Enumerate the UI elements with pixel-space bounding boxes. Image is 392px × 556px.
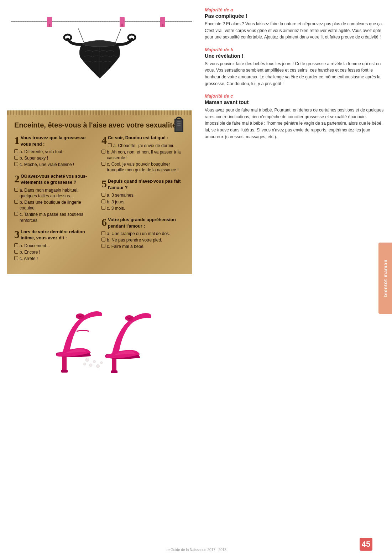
answer-6a-text: a. Une crampe ou un mal de dos. bbox=[107, 231, 170, 237]
answer-6b: b. Ne pas prendre votre pied. bbox=[101, 237, 183, 243]
checkbox-2a[interactable] bbox=[14, 188, 18, 192]
svg-rect-8 bbox=[177, 123, 181, 124]
question-4-text: Ce soir, Doudou est fatigué : bbox=[108, 135, 183, 141]
underwear-image bbox=[50, 18, 150, 110]
shoes-image-area bbox=[0, 274, 199, 378]
answer-6b-text: b. Ne pas prendre votre pied. bbox=[107, 237, 162, 243]
question-6-number: 6 bbox=[101, 217, 107, 228]
answer-5c: c. 3 mois. bbox=[101, 206, 183, 211]
answer-1b-text: b. Super sexy ! bbox=[20, 155, 48, 161]
question-2: 2 Où avez-vous acheté vos sous-vêtements… bbox=[14, 173, 96, 224]
answer-4c: c. Cool, je vais pouvoir bouquiner tranq… bbox=[101, 161, 183, 173]
svg-rect-14 bbox=[111, 370, 117, 373]
checkbox-3a[interactable] bbox=[14, 243, 18, 247]
answer-2b-text: b. Dans une boutique de lingerie coquine… bbox=[20, 199, 96, 211]
svg-rect-7 bbox=[177, 121, 181, 122]
question-3: 3 Lors de votre dernière relation intime… bbox=[14, 229, 96, 263]
checkbox-5b[interactable] bbox=[101, 199, 105, 203]
question-5-number: 5 bbox=[101, 178, 107, 189]
answer-3b: b. Encore ! bbox=[14, 249, 96, 255]
answer-1c-text: c. Moche, une vraie baleine ! bbox=[20, 162, 74, 167]
question-4: 4 Ce soir, Doudou est fatigué : a. Choue… bbox=[101, 135, 183, 173]
checkbox-4b[interactable] bbox=[101, 150, 105, 154]
checkbox-6a[interactable] bbox=[101, 231, 105, 235]
answer-4a: a. Chouette, j'ai envie de dormir. bbox=[108, 143, 183, 149]
question-2-text: Où avez-vous acheté vos sous-vêtements d… bbox=[21, 173, 96, 186]
quiz-col-left: 1 Vous trouvez que la grossesse vous ren… bbox=[14, 135, 96, 267]
left-column: Enceinte, êtes-vous à l'aise avec votre … bbox=[0, 0, 199, 556]
answer-5b: b. 3 jours. bbox=[101, 199, 183, 205]
checkbox-3b[interactable] bbox=[14, 250, 18, 254]
checkbox-2b[interactable] bbox=[14, 200, 18, 204]
result-c-category: Majorité de c bbox=[205, 93, 385, 99]
answer-5a: a. 3 semaines. bbox=[101, 192, 183, 198]
answer-2a-text: a. Dans mon magasin habituel, quelques t… bbox=[20, 187, 96, 199]
answer-2c-text: c. Tantine m'a passé ses soutiens renfor… bbox=[20, 212, 96, 223]
question-6-text: Votre plus grande appréhension pendant l… bbox=[108, 217, 183, 229]
question-1: 1 Vous trouvez que la grossesse vous ren… bbox=[14, 135, 96, 168]
answer-1a-text: a. Différente, voilà tout. bbox=[20, 149, 63, 155]
checkbox-3c[interactable] bbox=[14, 256, 18, 260]
result-a-category: Majorité de a bbox=[205, 7, 385, 12]
checkbox-2c[interactable] bbox=[14, 212, 18, 216]
svg-point-20 bbox=[100, 362, 103, 364]
sidebar-tab-label: bientôt maman bbox=[383, 259, 388, 297]
answer-3a: a. Doucement... bbox=[14, 243, 96, 249]
svg-point-3 bbox=[64, 35, 71, 40]
answer-5c-text: c. 3 mois. bbox=[107, 206, 125, 211]
question-1-number: 1 bbox=[14, 135, 20, 146]
result-b-body: Si vous pouviez faire des bébés tous les… bbox=[205, 61, 385, 87]
shoes-image bbox=[32, 278, 167, 374]
page-number: 45 bbox=[360, 538, 372, 551]
checkbox-6c[interactable] bbox=[101, 244, 105, 248]
question-5-text: Depuis quand n'avez-vous pas fait l'amou… bbox=[108, 178, 183, 191]
answer-3c: c. Arrête ! bbox=[14, 256, 96, 261]
page: Enceinte, êtes-vous à l'aise avec votre … bbox=[0, 0, 392, 556]
checkbox-6b[interactable] bbox=[101, 238, 105, 241]
answer-3c-text: c. Arrête ! bbox=[20, 256, 38, 261]
question-6: 6 Votre plus grande appréhension pendant… bbox=[101, 217, 183, 250]
question-1-text: Vous trouvez que la grossesse vous rend … bbox=[21, 135, 96, 147]
answer-4b: b. Ah non, non, et non, il va passer à l… bbox=[101, 149, 183, 161]
answer-4a-text: a. Chouette, j'ai envie de dormir. bbox=[113, 143, 174, 149]
answer-1b: b. Super sexy ! bbox=[14, 155, 96, 161]
quiz-columns: 1 Vous trouvez que la grossesse vous ren… bbox=[14, 135, 183, 267]
checkbox-5c[interactable] bbox=[101, 206, 105, 210]
footer-credit: Le Guide de la Naissance 2017 - 2018 bbox=[166, 548, 226, 552]
checkbox-1a[interactable] bbox=[14, 149, 18, 153]
svg-point-21 bbox=[84, 363, 86, 365]
result-a-body: Enceinte ? Et alors ? Vous laissez faire… bbox=[205, 21, 385, 41]
svg-point-18 bbox=[93, 360, 96, 363]
answer-5a-text: a. 3 semaines. bbox=[107, 192, 135, 198]
checkbox-4a[interactable] bbox=[108, 143, 112, 147]
answer-6c-text: c. Faire mal à bébé. bbox=[107, 244, 145, 249]
answer-1c: c. Moche, une vraie baleine ! bbox=[14, 162, 96, 167]
answer-4c-text: c. Cool, je vais pouvoir bouquiner tranq… bbox=[107, 161, 183, 173]
question-3-text: Lors de votre dernière relation intime, … bbox=[21, 229, 96, 241]
answer-2a: a. Dans mon magasin habituel, quelques t… bbox=[14, 187, 96, 199]
answer-5b-text: b. 3 jours. bbox=[107, 199, 126, 205]
checkbox-4c[interactable] bbox=[101, 162, 105, 166]
result-majorite-c: Majorité de c Maman avant tout Vous avez… bbox=[205, 93, 385, 140]
quiz-title: Enceinte, êtes-vous à l'aise avec votre … bbox=[14, 120, 183, 130]
question-5: 5 Depuis quand n'avez-vous pas fait l'am… bbox=[101, 178, 183, 212]
binder-clip-icon bbox=[173, 116, 185, 134]
question-4-number: 4 bbox=[101, 135, 107, 146]
answer-1a: a. Différente, voilà tout. bbox=[14, 149, 96, 155]
checkbox-1c[interactable] bbox=[14, 162, 18, 166]
svg-point-19 bbox=[96, 365, 100, 368]
result-b-title: Une révélation ! bbox=[205, 53, 385, 59]
answer-3a-text: a. Doucement... bbox=[20, 243, 50, 249]
sidebar-tab: bientôt maman bbox=[378, 243, 392, 314]
answer-2c: c. Tantine m'a passé ses soutiens renfor… bbox=[14, 212, 96, 223]
svg-rect-9 bbox=[177, 125, 181, 126]
answer-3b-text: b. Encore ! bbox=[20, 249, 40, 255]
checkbox-5a[interactable] bbox=[101, 193, 105, 197]
result-c-title: Maman avant tout bbox=[205, 99, 385, 105]
svg-point-16 bbox=[85, 358, 89, 362]
question-2-number: 2 bbox=[14, 173, 20, 184]
result-a-title: Pas compliquée ! bbox=[205, 13, 385, 19]
checkbox-1b[interactable] bbox=[14, 156, 18, 160]
result-b-category: Majorité de b bbox=[205, 47, 385, 52]
result-majorite-a: Majorité de a Pas compliquée ! Enceinte … bbox=[205, 7, 385, 41]
